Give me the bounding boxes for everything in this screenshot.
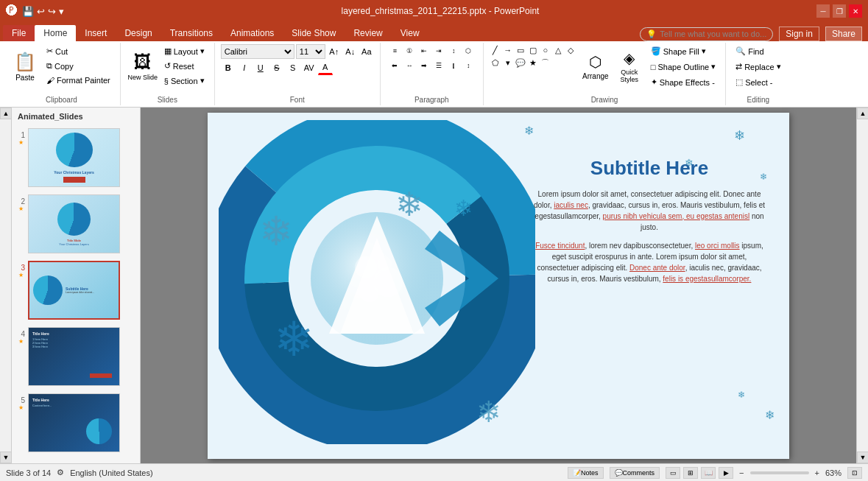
slide-thumbnail-1[interactable]: 1 ★ Your Christmas Layers (15, 127, 137, 189)
notes-icon: 📝 (573, 469, 581, 477)
tell-me-text: Tell me what you want to do... (660, 29, 766, 38)
increase-indent-button[interactable]: ⇥ (432, 44, 445, 57)
tell-me-input[interactable]: 💡 Tell me what you want to do... (640, 27, 773, 41)
fit-to-window-button[interactable]: ⊡ (847, 467, 862, 479)
paste-button[interactable]: 📋 Paste (9, 44, 41, 88)
tab-review[interactable]: Review (345, 25, 391, 41)
shape-diamond[interactable]: ◇ (565, 44, 576, 56)
font-color-button[interactable]: A (318, 60, 333, 75)
find-button[interactable]: 🔍 Find (732, 44, 767, 58)
clear-format-button[interactable]: Aa (359, 44, 374, 59)
tab-design[interactable]: Design (116, 25, 160, 41)
convert-to-smartart-button[interactable]: ⬡ (462, 44, 475, 57)
cut-button[interactable]: ✂ Cut (43, 44, 114, 58)
restore-button[interactable]: ❐ (833, 4, 846, 18)
shape-freeform[interactable]: ⌒ (540, 57, 551, 69)
undo-icon[interactable]: ↩ (37, 6, 45, 17)
font-size-select[interactable]: 11 (296, 44, 325, 59)
align-center-button[interactable]: ↔ (403, 59, 416, 72)
slide-thumbnail-3[interactable]: 3 ★ Subtitle Here Lorem ipsum dolor sit … (15, 259, 137, 321)
close-button[interactable]: ✕ (849, 4, 862, 18)
char-spacing-button[interactable]: AV (302, 60, 317, 75)
tab-insert[interactable]: Insert (76, 25, 116, 41)
shape-outline-button[interactable]: □ Shape Outline ▾ (647, 60, 719, 74)
shape-oval[interactable]: ○ (540, 44, 551, 56)
normal-view-button[interactable]: ▭ (666, 467, 680, 479)
tab-slideshow[interactable]: Slide Show (283, 25, 345, 41)
copy-button[interactable]: ⧉ Copy (43, 59, 114, 73)
slide-star-2: ★ (18, 206, 24, 212)
shape-star[interactable]: ★ (527, 57, 539, 69)
tab-file[interactable]: File (3, 25, 35, 41)
snowflake-bottom-right-2: ❄ (738, 390, 745, 400)
right-scroll-up-button[interactable]: ▲ (857, 108, 868, 119)
shape-fill-button[interactable]: 🪣 Shape Fill ▾ (647, 44, 719, 58)
increase-font-button[interactable]: A↑ (327, 44, 342, 59)
select-button[interactable]: ⬚ Select - (732, 75, 776, 89)
strikethrough-button[interactable]: S (269, 60, 284, 75)
shape-triangle[interactable]: △ (552, 44, 564, 56)
shape-arrow[interactable]: → (502, 44, 514, 56)
comments-button[interactable]: 💬 Comments (610, 467, 660, 479)
tab-home[interactable]: Home (35, 25, 76, 41)
tab-animations[interactable]: Animations (222, 25, 283, 41)
align-right-button[interactable]: ➡ (417, 59, 431, 72)
slide-canvas[interactable]: ❄ ❄ ❄ ❄ ❄ ❄ (208, 113, 789, 459)
notes-button[interactable]: 📝 Notes (568, 467, 604, 479)
slide-thumbnail-2[interactable]: 2 ★ Title Slide Your Christmas Layers (15, 193, 137, 255)
redo-icon[interactable]: ↪ (48, 6, 56, 17)
italic-button[interactable]: I (237, 60, 252, 75)
tab-view[interactable]: View (392, 25, 428, 41)
customize-icon[interactable]: ▾ (59, 6, 64, 17)
zoom-slider[interactable] (750, 471, 809, 474)
underline-button[interactable]: U (253, 60, 268, 75)
shape-effects-button[interactable]: ✦ Shape Effects - (647, 75, 719, 89)
slideshow-button[interactable]: ▶ (719, 467, 733, 479)
format-painter-button[interactable]: 🖌 Format Painter (43, 74, 114, 87)
columns-button[interactable]: ⫿ (447, 59, 460, 72)
scroll-up-button[interactable]: ▲ (0, 108, 12, 119)
reset-button[interactable]: ↺ Reset (160, 59, 208, 73)
font-group: Calibri 11 A↑ A↓ Aa B I U S S AV A Font (215, 43, 381, 105)
tab-transitions[interactable]: Transitions (161, 25, 222, 41)
section-icon: § (164, 77, 169, 85)
justify-button[interactable]: ☰ (432, 59, 445, 72)
slide-thumbnail-5[interactable]: 5 ★ Title Here Content here... (15, 392, 137, 454)
minimize-button[interactable]: ─ (816, 4, 830, 18)
quick-styles-button[interactable]: ◈ Quick Styles (613, 44, 646, 88)
slide-thumbnail-4[interactable]: 4 ★ Title Here 1 Item Here2 Item Here3 I… (15, 326, 137, 387)
shape-callout[interactable]: 💬 (515, 57, 526, 69)
save-icon[interactable]: 💾 (22, 6, 34, 17)
shape-rect[interactable]: ▭ (515, 44, 526, 56)
arrange-button[interactable]: ⬡ Arrange (579, 44, 612, 88)
bold-button[interactable]: B (221, 60, 236, 75)
editing-group: 🔍 Find ⇄ Replace ▾ ⬚ Select - Editing (726, 43, 790, 105)
shapes-more[interactable]: ▾ (502, 57, 514, 69)
zoom-minus-icon[interactable]: − (739, 468, 744, 477)
text-direction-button[interactable]: ↕ (447, 44, 460, 57)
new-slide-button[interactable]: 🖼 New Slide (127, 44, 159, 88)
shadow-button[interactable]: S (286, 60, 300, 75)
zoom-plus-icon[interactable]: + (815, 468, 819, 477)
bullets-button[interactable]: ≡ (388, 44, 401, 57)
layout-button[interactable]: ▦ Layout ▾ (160, 44, 208, 58)
shape-line[interactable]: ╱ (490, 44, 501, 56)
reading-view-button[interactable]: 📖 (701, 467, 716, 479)
font-family-select[interactable]: Calibri (221, 44, 294, 59)
slide-sorter-button[interactable]: ⊞ (683, 467, 698, 479)
align-left-button[interactable]: ⬅ (388, 59, 401, 72)
shape-pentagon[interactable]: ⬠ (490, 57, 501, 69)
section-button[interactable]: § Section ▾ (160, 74, 208, 88)
numbering-button[interactable]: ① (403, 44, 416, 57)
decrease-indent-button[interactable]: ⇤ (417, 44, 431, 57)
decrease-font-button[interactable]: A↓ (343, 44, 358, 59)
scroll-down-button[interactable]: ▼ (0, 452, 12, 463)
sign-in-button[interactable]: Sign in (779, 27, 819, 41)
replace-button[interactable]: ⇄ Replace ▾ (732, 60, 784, 74)
share-button[interactable]: Share (825, 27, 862, 41)
right-scroll-down-button[interactable]: ▼ (857, 452, 868, 463)
shape-rounded-rect[interactable]: ▢ (527, 44, 539, 56)
slide-num-5: 5 (16, 393, 25, 404)
slide-body-1: Lorem ipsum dolor sit amet, consectetuer… (532, 189, 767, 233)
line-spacing-button[interactable]: ↕ (462, 59, 475, 72)
